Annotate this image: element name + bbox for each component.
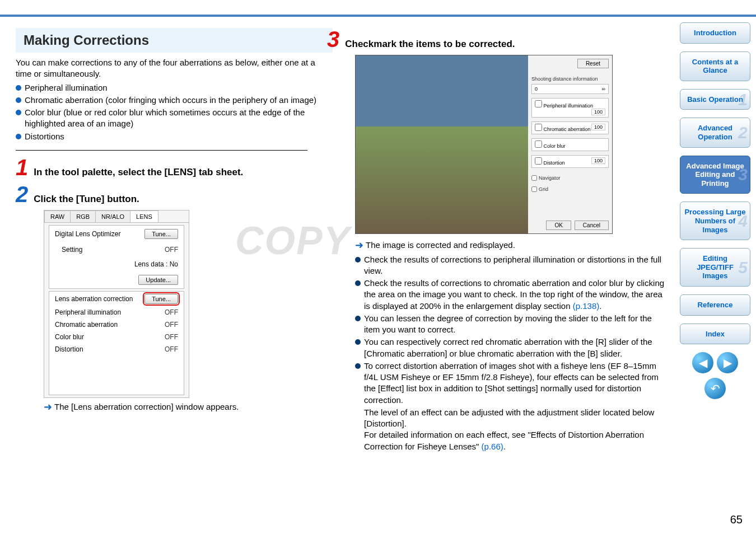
tab-bar: RAW RGB NR/ALO LENS — [44, 210, 189, 223]
correction-dialog: Reset Shooting distance information 0∞ P… — [355, 55, 613, 234]
bullet-icon — [16, 110, 21, 115]
bullet-item: Distortions — [16, 131, 333, 142]
section-heading: Making Corrections — [16, 28, 333, 53]
lens-ab-label: Lens aberration correction — [55, 295, 133, 303]
nav-advanced-operation[interactable]: Advanced Operation2 — [680, 118, 750, 147]
bullet-item: Chromatic aberration (color fringing whi… — [16, 95, 333, 106]
bullet-icon — [355, 363, 361, 369]
step-number: 3 — [327, 28, 339, 50]
next-page-icon[interactable]: ▶ — [717, 352, 738, 373]
lens-data-label: Lens data : No — [134, 260, 178, 268]
bullet-item: Check the results of corrections to peri… — [355, 254, 666, 277]
bullet-item: Check the results of corrections to chro… — [355, 278, 666, 312]
bullet-icon — [355, 257, 361, 263]
nav-basic-operation[interactable]: Basic Operation1 — [680, 89, 750, 110]
nav-processing[interactable]: Processing Large Numbers of Images4 — [680, 202, 750, 240]
bullet-item: You can lessen the degree of correction … — [355, 313, 666, 336]
setting-value: OFF — [165, 246, 178, 254]
tune-button-lens[interactable]: Tune... — [144, 294, 178, 304]
sidebar-nav: Introduction Contents at a Glance Basic … — [678, 17, 756, 452]
tab-nralo[interactable]: NR/ALO — [95, 210, 130, 222]
bullet-icon — [355, 316, 361, 321]
bullet-icon — [355, 280, 361, 286]
colorblur-slider[interactable]: Color blur — [531, 138, 609, 151]
dialog-preview-image[interactable] — [356, 55, 528, 233]
intro-text: You can make corrections to any of the f… — [16, 57, 333, 80]
bullet-item: To correct distortion aberration of imag… — [355, 360, 666, 406]
extra-text: For detailed information on each effect,… — [364, 429, 666, 452]
tab-raw[interactable]: RAW — [44, 210, 71, 222]
setting-label: Setting — [62, 246, 82, 254]
nav-contents[interactable]: Contents at a Glance — [680, 51, 750, 81]
arrow-icon: ➜ — [355, 240, 363, 252]
bullet-icon — [16, 85, 21, 91]
nav-advanced-image-editing[interactable]: Advanced Image Editing and Printing3 — [680, 156, 750, 194]
update-button[interactable]: Update... — [138, 275, 178, 285]
page-number: 65 — [730, 513, 743, 526]
lens-panel: RAW RGB NR/ALO LENS Digital Lens Optimiz… — [44, 210, 189, 398]
cancel-button[interactable]: Cancel — [575, 221, 609, 230]
distortion-slider[interactable]: Distortion100 — [531, 155, 609, 168]
dlo-label: Digital Lens Optimizer — [55, 230, 120, 238]
result-line: ➜ The image is corrected and redisplayed… — [355, 240, 666, 252]
tab-rgb[interactable]: RGB — [70, 210, 96, 222]
divider — [16, 150, 307, 151]
bullet-item: You can respectively correct red chromat… — [355, 336, 666, 359]
step-number: 2 — [16, 183, 28, 205]
navigator-checkbox[interactable] — [531, 175, 537, 181]
bullet-icon — [16, 97, 21, 103]
nav-index[interactable]: Index — [680, 324, 750, 345]
bullet-item: Color blur (blue or red color blur which… — [16, 107, 333, 130]
grid-checkbox[interactable] — [531, 186, 537, 192]
shooting-slider[interactable]: 0∞ — [531, 84, 609, 94]
nav-introduction[interactable]: Introduction — [680, 22, 750, 44]
arrow-icon: ➜ — [44, 401, 52, 414]
chromatic-slider[interactable]: Chromatic aberration100 — [531, 121, 609, 134]
step-1: 1 In the tool palette, select the [LENS]… — [16, 156, 333, 179]
result-line: ➜ The [Lens aberration correction] windo… — [44, 401, 333, 414]
tab-lens[interactable]: LENS — [130, 210, 158, 222]
back-icon[interactable]: ↶ — [704, 378, 726, 399]
tune-button-dlo[interactable]: Tune... — [144, 229, 178, 239]
nav-reference[interactable]: Reference — [680, 294, 750, 316]
peripheral-slider[interactable]: Peripheral illumination100 — [531, 98, 609, 118]
extra-text: The level of an effect can be adjusted w… — [364, 407, 666, 430]
heading-text: Making Corrections — [24, 32, 325, 48]
prev-page-icon[interactable]: ◀ — [692, 352, 713, 373]
bullet-item: Peripheral illumination — [16, 82, 333, 93]
reset-button[interactable]: Reset — [577, 59, 609, 68]
step-3: 3 Checkmark the items to be corrected. — [327, 28, 666, 50]
page-link[interactable]: (p.66) — [482, 442, 503, 451]
step-2: 2 Click the [Tune] button. — [16, 183, 333, 205]
bullet-icon — [16, 134, 21, 139]
ok-button[interactable]: OK — [546, 221, 571, 230]
step-number: 1 — [16, 156, 28, 179]
page-link[interactable]: (p.138) — [573, 301, 600, 311]
bullet-icon — [355, 339, 361, 345]
shooting-info-label: Shooting distance information — [531, 76, 609, 82]
nav-editing-jpeg[interactable]: Editing JPEG/TIFF Images5 — [680, 248, 750, 287]
